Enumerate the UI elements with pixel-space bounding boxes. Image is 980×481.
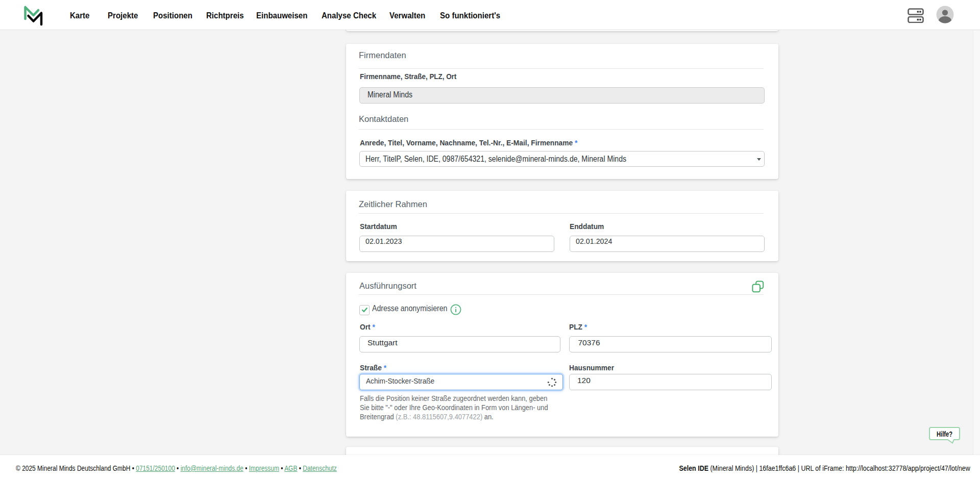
svg-text:Hilfe?: Hilfe? [937, 430, 952, 438]
